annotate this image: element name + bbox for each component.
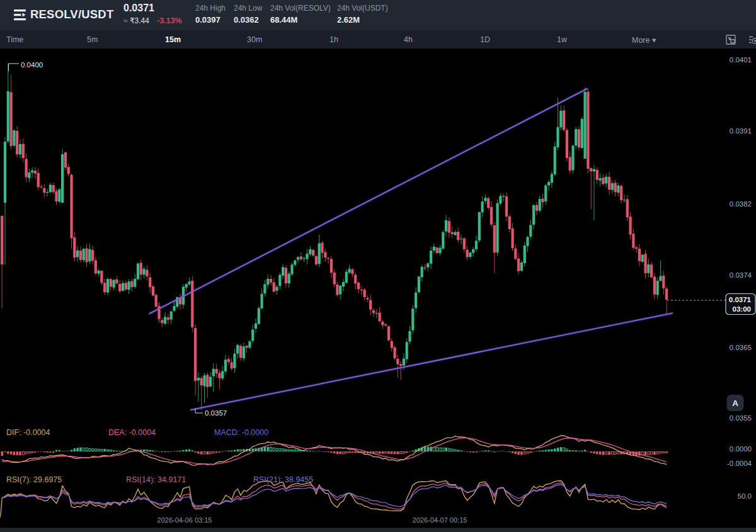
svg-text:RSI(7): 29.6975: RSI(7): 29.6975 <box>6 475 62 484</box>
svg-text:A: A <box>732 399 738 408</box>
svg-text:0.0357: 0.0357 <box>205 409 227 417</box>
svg-text:2026-04-07 00:15: 2026-04-07 00:15 <box>413 516 467 524</box>
svg-text:-0.0004: -0.0004 <box>727 460 752 467</box>
svg-text:DIF: -0.0004: DIF: -0.0004 <box>6 428 50 437</box>
svg-text:0.0365: 0.0365 <box>730 344 752 351</box>
svg-text:03:00: 03:00 <box>733 305 751 313</box>
svg-text:RSI(21): 38.9455: RSI(21): 38.9455 <box>253 475 313 484</box>
svg-text:0.0371: 0.0371 <box>729 296 752 303</box>
svg-text:0.0000: 0.0000 <box>730 445 752 453</box>
svg-text:0.0374: 0.0374 <box>730 271 752 279</box>
svg-text:0.0391: 0.0391 <box>730 127 752 135</box>
svg-text:2026-04-06 03:15: 2026-04-06 03:15 <box>158 516 212 524</box>
svg-text:50.0: 50.0 <box>738 492 752 500</box>
svg-text:0.0355: 0.0355 <box>730 414 752 422</box>
svg-text:MACD: -0.0000: MACD: -0.0000 <box>214 428 268 437</box>
svg-text:0.0382: 0.0382 <box>730 200 752 208</box>
svg-text:0.0400: 0.0400 <box>21 61 43 69</box>
svg-text:0.0401: 0.0401 <box>730 56 752 64</box>
svg-text:DEA: -0.0004: DEA: -0.0004 <box>108 428 156 437</box>
svg-text:RSI(14): 34.9171: RSI(14): 34.9171 <box>126 475 186 484</box>
